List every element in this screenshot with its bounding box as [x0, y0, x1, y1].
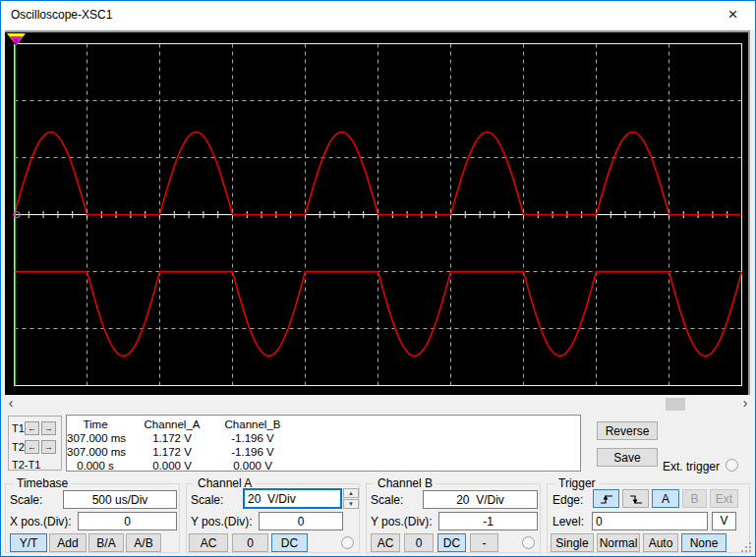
t1-time: 307.000 ms	[67, 431, 124, 445]
trigger-panel: Trigger Edge: A B Ext Level: V Single No…	[547, 483, 750, 553]
t1-label: T1	[12, 422, 25, 434]
timebase-scale-label: Scale:	[10, 493, 42, 507]
channel-a-radio[interactable]	[341, 536, 354, 549]
channel-b-zero-button[interactable]: 0	[404, 533, 434, 552]
table-row-t2-t1: 0.000 s 0.000 V 0.000 V	[67, 459, 580, 473]
channel-b-minus-button[interactable]: -	[470, 533, 498, 552]
window-title: Oscilloscope-XSC1	[11, 1, 112, 29]
channel-a-ypos-label: Y pos.(Div):	[191, 515, 252, 529]
trigger-level-unit-select[interactable]: V	[712, 512, 736, 530]
timebase-xpos-label: X pos.(Div):	[10, 515, 72, 529]
scroll-right-icon[interactable]: ›	[738, 396, 752, 413]
t2t1-channel-b: 0.000 V	[220, 459, 285, 473]
trigger-normal-button[interactable]: Normal	[597, 533, 640, 552]
channel-b-ypos-input[interactable]	[438, 512, 538, 530]
t1-channel-b: -1.196 V	[220, 431, 285, 445]
channel-b-scale-label: Scale:	[371, 493, 403, 507]
falling-edge-icon	[629, 493, 643, 505]
arrow-right-icon: →	[44, 423, 53, 433]
spinner-down-icon[interactable]: ▼	[343, 499, 359, 509]
arrow-right-icon: →	[44, 442, 53, 452]
table-row-t1: 307.000 ms 1.172 V -1.196 V	[67, 431, 580, 445]
channel-b-radio[interactable]	[522, 536, 535, 549]
t2-left-button[interactable]: ←	[25, 440, 39, 454]
trigger-auto-button[interactable]: Auto	[643, 533, 678, 552]
scope-display[interactable]: 2	[5, 30, 750, 395]
timebase-panel: Timebase Scale: X pos.(Div): Y/T Add B/A…	[5, 483, 180, 553]
t2-channel-b: -1.196 V	[220, 445, 285, 459]
trigger-source-a-button[interactable]: A	[652, 489, 679, 508]
falling-edge-button[interactable]	[622, 489, 649, 508]
arrow-left-icon: ←	[28, 423, 36, 433]
col-time: Time	[67, 418, 124, 431]
scope-scrollbar[interactable]: ‹ ›	[2, 396, 754, 413]
timebase-scale-input[interactable]	[63, 490, 177, 509]
channel-b-dc-button[interactable]: DC	[437, 533, 466, 552]
t2t1-time: 0.000 s	[67, 459, 124, 473]
timebase-ab-button[interactable]: A/B	[126, 533, 161, 552]
channel-a-ypos-input[interactable]	[259, 512, 343, 530]
trigger-none-button[interactable]: None	[681, 533, 727, 552]
oscilloscope-window: Oscilloscope-XSC1 × 2 ‹ › T1 ← → T2 ← → …	[0, 0, 756, 557]
trigger-source-ext-button: Ext	[710, 489, 738, 508]
channel-a-zero-button[interactable]: 0	[232, 533, 268, 552]
close-icon: ×	[728, 5, 738, 24]
t2-time: 307.000 ms	[67, 445, 124, 459]
channel-b-ac-button[interactable]: AC	[371, 533, 400, 552]
scroll-left-icon[interactable]: ‹	[4, 396, 18, 413]
reverse-button[interactable]: Reverse	[597, 421, 658, 440]
channel-a-scale-input[interactable]	[243, 488, 342, 509]
trigger-level-input[interactable]	[592, 512, 708, 530]
timebase-add-button[interactable]: Add	[49, 533, 87, 552]
rising-edge-button[interactable]	[593, 489, 619, 508]
save-button[interactable]: Save	[597, 448, 658, 467]
rising-edge-icon	[600, 493, 613, 505]
t2-channel-a: 1.172 V	[142, 445, 203, 459]
resize-grip[interactable]	[740, 541, 752, 553]
spinner-up-icon[interactable]: ▲	[343, 488, 359, 498]
t2-right-button[interactable]: →	[41, 440, 56, 454]
t2t1-channel-a: 0.000 V	[142, 459, 203, 473]
channel-a-scale-spinner: ▲ ▼	[343, 488, 359, 509]
timebase-xpos-input[interactable]	[78, 512, 177, 530]
close-button[interactable]: ×	[711, 1, 755, 29]
t2-label: T2	[12, 441, 25, 453]
col-channel-b: Channel_B	[220, 418, 285, 431]
timebase-yt-button[interactable]: Y/T	[10, 533, 47, 552]
trigger-edge-label: Edge:	[552, 493, 583, 507]
scroll-thumb[interactable]	[666, 398, 685, 411]
trigger-title: Trigger	[554, 476, 600, 490]
ext-trigger-label: Ext. trigger	[663, 460, 720, 473]
channel-b-ypos-label: Y pos.(Div):	[371, 515, 432, 529]
table-header-row: Time Channel_A Channel_B	[67, 418, 580, 431]
t1-channel-a: 1.172 V	[142, 431, 203, 445]
channel-a-panel: Channel A Scale: ▲ ▼ Y pos.(Div): AC 0 D…	[186, 483, 360, 553]
channel-a-scale-label: Scale:	[191, 493, 223, 507]
timebase-ba-button[interactable]: B/A	[88, 533, 124, 552]
channel-b-panel: Channel B Scale: Y pos.(Div): AC 0 DC -	[366, 483, 541, 553]
title-bar: Oscilloscope-XSC1 ×	[1, 1, 755, 29]
channel-a-dc-button[interactable]: DC	[271, 533, 308, 552]
trigger-single-button[interactable]: Single	[551, 533, 594, 552]
arrow-left-icon: ←	[28, 442, 36, 452]
ext-trigger-radio[interactable]	[726, 459, 738, 472]
t2-t1-label: T2-T1	[12, 459, 40, 471]
channel-a-ac-button[interactable]: AC	[189, 533, 228, 552]
col-channel-a: Channel_A	[142, 418, 203, 431]
timebase-title: Timebase	[13, 476, 72, 490]
channel-b-scale-input[interactable]	[423, 490, 538, 509]
t1-left-button[interactable]: ←	[25, 421, 39, 435]
channel-b-title: Channel B	[374, 476, 436, 490]
table-row-t2: 307.000 ms 1.172 V -1.196 V	[67, 445, 580, 459]
trigger-source-b-button: B	[682, 489, 707, 508]
trigger-level-label: Level:	[552, 515, 584, 529]
scope-graticule: 2	[5, 32, 746, 393]
t1-right-button[interactable]: →	[41, 421, 56, 435]
cursor-controls: T1 ← → T2 ← → T2-T1	[8, 416, 62, 471]
svg-text:2: 2	[14, 37, 19, 46]
measurement-table: Time Channel_A Channel_B 307.000 ms 1.17…	[66, 415, 581, 472]
